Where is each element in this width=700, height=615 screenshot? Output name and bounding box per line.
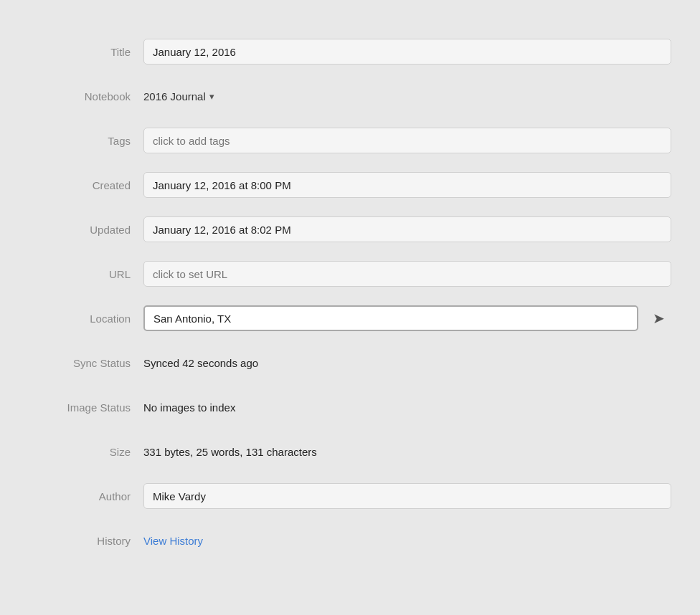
sync-status-value: Synced 42 seconds ago [143, 353, 258, 373]
image-status-value: No images to index [143, 397, 235, 418]
view-history-link[interactable]: View History [143, 535, 203, 547]
image-status-label: Image Status [29, 401, 143, 414]
title-row: Title [29, 36, 671, 67]
author-input[interactable] [143, 483, 671, 509]
notebook-row: Notebook 2016 Journal ▾ [29, 80, 671, 112]
url-label: URL [29, 268, 143, 280]
chevron-down-icon: ▾ [209, 91, 214, 102]
notebook-dropdown[interactable]: 2016 Journal ▾ [143, 86, 214, 107]
history-row: History View History [29, 525, 671, 556]
location-row: Location ➤ [29, 302, 671, 334]
author-label: Author [29, 490, 143, 502]
created-input[interactable] [143, 172, 671, 198]
url-row: URL [29, 258, 671, 290]
sync-status-label: Sync Status [29, 357, 143, 369]
tags-input[interactable] [143, 128, 671, 153]
title-label: Title [29, 46, 143, 58]
location-input[interactable] [143, 305, 638, 331]
tags-label: Tags [29, 135, 143, 147]
size-value: 331 bytes, 25 words, 131 characters [143, 442, 317, 462]
title-input[interactable] [143, 39, 671, 65]
updated-label: Updated [29, 224, 143, 236]
created-row: Created [29, 169, 671, 201]
image-status-row: Image Status No images to index [29, 391, 671, 423]
notebook-name: 2016 Journal [143, 90, 206, 102]
location-wrapper: ➤ [143, 305, 671, 331]
size-label: Size [29, 446, 143, 458]
author-row: Author [29, 480, 671, 512]
updated-input[interactable] [143, 216, 671, 242]
sync-status-row: Sync Status Synced 42 seconds ago [29, 347, 671, 378]
arrow-icon: ➤ [653, 310, 665, 327]
url-input[interactable] [143, 261, 671, 287]
location-label: Location [29, 313, 143, 325]
created-label: Created [29, 179, 143, 191]
location-arrow-button[interactable]: ➤ [645, 305, 671, 331]
tags-row: Tags [29, 125, 671, 156]
notebook-label: Notebook [29, 90, 143, 102]
updated-row: Updated [29, 214, 671, 245]
info-panel: Title Notebook 2016 Journal ▾ Tags Creat… [0, 14, 700, 591]
size-row: Size 331 bytes, 25 words, 131 characters [29, 436, 671, 467]
history-label: History [29, 535, 143, 547]
